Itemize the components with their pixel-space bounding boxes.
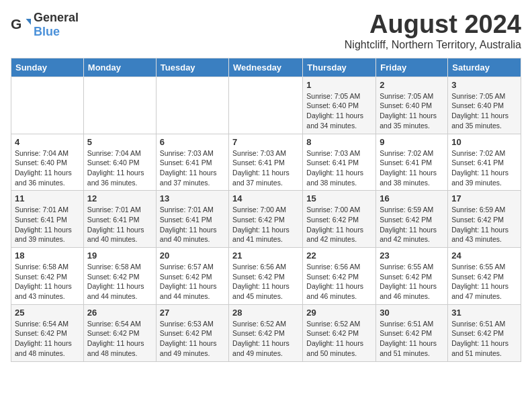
calendar-cell: 8Sunrise: 7:03 AMSunset: 6:41 PMDaylight…	[303, 134, 376, 191]
day-number: 17	[451, 193, 517, 203]
header-thursday: Thursday	[303, 58, 376, 77]
day-number: 21	[232, 250, 299, 261]
day-info: Sunrise: 7:03 AMSunset: 6:41 PMDaylight:…	[160, 148, 225, 188]
calendar-cell	[156, 77, 228, 134]
day-info: Sunrise: 6:59 AMSunset: 6:42 PMDaylight:…	[380, 205, 444, 244]
day-info: Sunrise: 6:55 AMSunset: 6:42 PMDaylight:…	[451, 262, 517, 302]
calendar-cell: 27Sunrise: 6:53 AMSunset: 6:42 PMDayligh…	[156, 304, 228, 361]
day-info: Sunrise: 7:05 AMSunset: 6:40 PMDaylight:…	[451, 91, 517, 131]
calendar-cell: 31Sunrise: 6:51 AMSunset: 6:42 PMDayligh…	[448, 304, 521, 361]
svg-marker-1	[26, 19, 32, 25]
day-info: Sunrise: 7:04 AMSunset: 6:40 PMDaylight:…	[87, 148, 152, 188]
header-saturday: Saturday	[448, 58, 521, 77]
logo-icon: G	[11, 15, 31, 35]
day-info: Sunrise: 6:51 AMSunset: 6:42 PMDaylight:…	[451, 319, 517, 359]
calendar-cell: 13Sunrise: 7:01 AMSunset: 6:41 PMDayligh…	[156, 191, 228, 248]
day-info: Sunrise: 7:01 AMSunset: 6:41 PMDaylight:…	[87, 205, 152, 244]
day-number: 24	[451, 250, 517, 261]
day-number: 19	[87, 250, 152, 261]
day-info: Sunrise: 6:54 AMSunset: 6:42 PMDaylight:…	[87, 319, 152, 359]
day-info: Sunrise: 6:52 AMSunset: 6:42 PMDaylight:…	[232, 319, 299, 359]
title-area: August 2024 Nightcliff, Northern Territo…	[345, 11, 521, 51]
day-number: 8	[306, 137, 372, 147]
day-number: 30	[380, 308, 444, 318]
calendar-week-5: 25Sunrise: 6:54 AMSunset: 6:42 PMDayligh…	[11, 304, 521, 361]
day-info: Sunrise: 6:51 AMSunset: 6:42 PMDaylight:…	[380, 319, 444, 359]
day-info: Sunrise: 7:01 AMSunset: 6:41 PMDaylight:…	[15, 205, 80, 244]
day-number: 31	[451, 308, 517, 318]
day-number: 12	[87, 193, 152, 203]
calendar-cell: 12Sunrise: 7:01 AMSunset: 6:41 PMDayligh…	[83, 191, 156, 248]
day-number: 14	[232, 193, 299, 203]
calendar-cell: 19Sunrise: 6:58 AMSunset: 6:42 PMDayligh…	[83, 248, 156, 305]
logo: G General Blue	[11, 11, 79, 39]
day-info: Sunrise: 6:59 AMSunset: 6:42 PMDaylight:…	[451, 205, 517, 244]
calendar-cell: 17Sunrise: 6:59 AMSunset: 6:42 PMDayligh…	[448, 191, 521, 248]
day-number: 9	[380, 137, 444, 147]
calendar-cell: 16Sunrise: 6:59 AMSunset: 6:42 PMDayligh…	[376, 191, 448, 248]
day-info: Sunrise: 7:02 AMSunset: 6:41 PMDaylight:…	[380, 148, 444, 188]
day-number: 20	[160, 250, 225, 261]
day-number: 7	[232, 137, 299, 147]
calendar-cell: 1Sunrise: 7:05 AMSunset: 6:40 PMDaylight…	[303, 77, 376, 134]
day-info: Sunrise: 6:58 AMSunset: 6:42 PMDaylight:…	[87, 262, 152, 302]
page-title: August 2024	[345, 11, 521, 39]
day-info: Sunrise: 7:03 AMSunset: 6:41 PMDaylight:…	[232, 148, 299, 188]
calendar-cell: 20Sunrise: 6:57 AMSunset: 6:42 PMDayligh…	[156, 248, 228, 305]
page-subtitle: Nightcliff, Northern Territory, Australi…	[345, 39, 521, 51]
day-number: 4	[15, 137, 80, 147]
calendar-cell: 2Sunrise: 7:05 AMSunset: 6:40 PMDaylight…	[376, 77, 448, 134]
calendar-week-1: 1Sunrise: 7:05 AMSunset: 6:40 PMDaylight…	[11, 77, 521, 134]
day-number: 10	[451, 137, 517, 147]
calendar-week-2: 4Sunrise: 7:04 AMSunset: 6:40 PMDaylight…	[11, 134, 521, 191]
day-number: 15	[306, 193, 372, 203]
calendar-cell: 30Sunrise: 6:51 AMSunset: 6:42 PMDayligh…	[376, 304, 448, 361]
day-info: Sunrise: 7:02 AMSunset: 6:41 PMDaylight:…	[451, 148, 517, 188]
day-number: 28	[232, 308, 299, 318]
day-number: 16	[380, 193, 444, 203]
calendar-cell: 3Sunrise: 7:05 AMSunset: 6:40 PMDaylight…	[448, 77, 521, 134]
header-sunday: Sunday	[11, 58, 84, 77]
day-info: Sunrise: 7:03 AMSunset: 6:41 PMDaylight:…	[306, 148, 372, 188]
calendar-cell	[229, 77, 303, 134]
day-info: Sunrise: 6:54 AMSunset: 6:42 PMDaylight:…	[15, 319, 80, 359]
calendar-week-4: 18Sunrise: 6:58 AMSunset: 6:42 PMDayligh…	[11, 248, 521, 305]
day-info: Sunrise: 6:57 AMSunset: 6:42 PMDaylight:…	[160, 262, 225, 302]
calendar-cell: 9Sunrise: 7:02 AMSunset: 6:41 PMDaylight…	[376, 134, 448, 191]
calendar-cell: 10Sunrise: 7:02 AMSunset: 6:41 PMDayligh…	[448, 134, 521, 191]
calendar-cell: 5Sunrise: 7:04 AMSunset: 6:40 PMDaylight…	[83, 134, 156, 191]
day-number: 29	[306, 308, 372, 318]
day-info: Sunrise: 6:52 AMSunset: 6:42 PMDaylight:…	[306, 319, 372, 359]
header-friday: Friday	[376, 58, 448, 77]
day-number: 26	[87, 308, 152, 318]
calendar-cell: 4Sunrise: 7:04 AMSunset: 6:40 PMDaylight…	[11, 134, 84, 191]
calendar-cell: 21Sunrise: 6:56 AMSunset: 6:42 PMDayligh…	[229, 248, 303, 305]
day-number: 27	[160, 308, 225, 318]
calendar-cell: 24Sunrise: 6:55 AMSunset: 6:42 PMDayligh…	[448, 248, 521, 305]
day-info: Sunrise: 7:05 AMSunset: 6:40 PMDaylight:…	[380, 91, 444, 131]
day-info: Sunrise: 7:00 AMSunset: 6:42 PMDaylight:…	[306, 205, 372, 244]
calendar-cell: 22Sunrise: 6:56 AMSunset: 6:42 PMDayligh…	[303, 248, 376, 305]
calendar-cell: 6Sunrise: 7:03 AMSunset: 6:41 PMDaylight…	[156, 134, 228, 191]
calendar-cell: 29Sunrise: 6:52 AMSunset: 6:42 PMDayligh…	[303, 304, 376, 361]
day-number: 25	[15, 308, 80, 318]
day-number: 2	[380, 80, 444, 90]
header-wednesday: Wednesday	[229, 58, 303, 77]
calendar-week-3: 11Sunrise: 7:01 AMSunset: 6:41 PMDayligh…	[11, 191, 521, 248]
calendar-cell: 15Sunrise: 7:00 AMSunset: 6:42 PMDayligh…	[303, 191, 376, 248]
day-number: 5	[87, 137, 152, 147]
day-number: 6	[160, 137, 225, 147]
day-info: Sunrise: 6:56 AMSunset: 6:42 PMDaylight:…	[232, 262, 299, 302]
calendar-cell: 23Sunrise: 6:55 AMSunset: 6:42 PMDayligh…	[376, 248, 448, 305]
day-info: Sunrise: 6:55 AMSunset: 6:42 PMDaylight:…	[380, 262, 444, 302]
header: G General Blue August 2024 Nightcliff, N…	[11, 11, 521, 51]
day-info: Sunrise: 7:01 AMSunset: 6:41 PMDaylight:…	[160, 205, 225, 244]
day-info: Sunrise: 7:05 AMSunset: 6:40 PMDaylight:…	[306, 91, 372, 131]
day-number: 18	[15, 250, 80, 261]
day-number: 1	[306, 80, 372, 90]
day-number: 22	[306, 250, 372, 261]
calendar-cell: 25Sunrise: 6:54 AMSunset: 6:42 PMDayligh…	[11, 304, 84, 361]
day-info: Sunrise: 7:00 AMSunset: 6:42 PMDaylight:…	[232, 205, 299, 244]
calendar-cell: 18Sunrise: 6:58 AMSunset: 6:42 PMDayligh…	[11, 248, 84, 305]
day-number: 13	[160, 193, 225, 203]
